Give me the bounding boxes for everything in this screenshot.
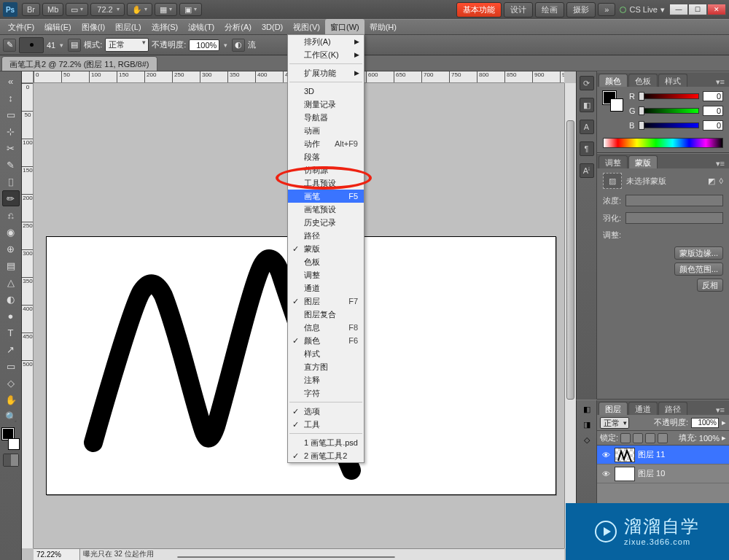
tool-19[interactable]: 🔍 bbox=[2, 408, 20, 424]
pressure-opacity-icon[interactable]: ◐ bbox=[232, 39, 245, 52]
blendmode-select[interactable]: 正常 bbox=[600, 417, 629, 429]
swatches-tab[interactable]: 色板 bbox=[628, 74, 658, 87]
tool-17[interactable]: ◇ bbox=[2, 375, 20, 391]
menu-6[interactable]: 分析(A) bbox=[219, 19, 257, 35]
tool-14[interactable]: T bbox=[2, 324, 20, 341]
arrange-button[interactable]: ▦▾ bbox=[155, 3, 177, 16]
menu-2[interactable]: 图像(I) bbox=[77, 19, 110, 35]
bridge-button[interactable]: Br bbox=[22, 3, 40, 16]
adjustments-tab[interactable]: 调整 bbox=[599, 155, 628, 168]
menu-7[interactable]: 3D(D) bbox=[257, 19, 288, 35]
tool-7[interactable]: ⎌ bbox=[2, 207, 20, 223]
tool-2[interactable]: ⊹ bbox=[2, 123, 20, 139]
layer-row[interactable]: 👁图层 11 bbox=[597, 446, 729, 464]
mask-edge-button[interactable]: 蒙版边缘... bbox=[674, 246, 723, 260]
tool-8[interactable]: ◉ bbox=[2, 224, 20, 240]
tool-18[interactable]: ✋ bbox=[2, 392, 20, 408]
fill-field[interactable]: 100% bbox=[699, 434, 720, 443]
opacity-field[interactable]: 100% bbox=[189, 39, 219, 51]
menuitem-蒙版[interactable]: 蒙版✓ bbox=[288, 242, 364, 255]
zoom-dropdown[interactable]: 72.2▾ bbox=[90, 3, 124, 16]
menuitem-颜色[interactable]: 颜色F6✓ bbox=[288, 334, 364, 347]
tool-10[interactable]: ▤ bbox=[2, 257, 20, 273]
color-spectrum[interactable] bbox=[603, 138, 723, 148]
panel-menu-icon[interactable]: ▾≡ bbox=[712, 77, 729, 87]
zoom-readout[interactable]: 72.22% bbox=[34, 549, 80, 560]
window-close[interactable]: ✕ bbox=[707, 4, 726, 15]
menuitem-色板[interactable]: 色板 bbox=[288, 255, 364, 268]
tool-3[interactable]: ✂ bbox=[2, 140, 20, 156]
layers-tab[interactable]: 图层 bbox=[599, 402, 628, 415]
dock-channels-icon[interactable]: ◨ bbox=[583, 420, 590, 429]
b-slider[interactable] bbox=[640, 122, 699, 128]
menuitem-调整[interactable]: 调整 bbox=[288, 268, 364, 281]
menuitem-通道[interactable]: 通道 bbox=[288, 281, 364, 295]
menu-8[interactable]: 视图(V) bbox=[288, 19, 325, 35]
menuitem-图层[interactable]: 图层F7✓ bbox=[288, 295, 364, 308]
dock-swatches-icon[interactable]: ◧ bbox=[580, 98, 594, 112]
menuitem-扩展功能[interactable]: 扩展功能▶ bbox=[288, 66, 364, 79]
toolbox-expand[interactable]: « bbox=[2, 73, 20, 89]
density-field[interactable] bbox=[625, 195, 723, 206]
tool-1[interactable]: ▭ bbox=[2, 106, 20, 122]
b-value[interactable]: 0 bbox=[703, 120, 723, 131]
workspace-essentials[interactable]: 基本功能 bbox=[456, 2, 502, 18]
tool-4[interactable]: ✎ bbox=[2, 157, 20, 173]
menuitem-段落[interactable]: 段落 bbox=[288, 150, 364, 163]
dock-char-icon[interactable]: A bbox=[580, 120, 594, 134]
menuitem-仿制源[interactable]: 仿制源 bbox=[288, 163, 364, 176]
window-minimize[interactable]: — bbox=[669, 4, 688, 15]
menu-4[interactable]: 选择(S) bbox=[147, 19, 184, 35]
hand-button[interactable]: ✋▾ bbox=[127, 3, 152, 16]
tool-11[interactable]: △ bbox=[2, 274, 20, 290]
scrollbar-vertical[interactable] bbox=[564, 83, 576, 548]
menuitem-工具[interactable]: 工具✓ bbox=[288, 418, 364, 431]
menuitem-动作[interactable]: 动作Alt+F9 bbox=[288, 137, 364, 150]
tool-6[interactable]: ✏ bbox=[2, 190, 20, 206]
tool-5[interactable]: ⌷ bbox=[2, 174, 20, 190]
tool-13[interactable]: ● bbox=[2, 308, 20, 324]
menu-0[interactable]: 文件(F) bbox=[3, 19, 39, 35]
panel-menu-icon[interactable]: ▾≡ bbox=[712, 159, 729, 168]
visibility-icon[interactable]: 👁 bbox=[600, 470, 612, 478]
layer-row[interactable]: 👁图层 10 bbox=[597, 464, 729, 483]
workspace-photo[interactable]: 摄影 bbox=[566, 2, 596, 18]
paths-tab[interactable]: 路径 bbox=[658, 402, 687, 415]
menu-3[interactable]: 图层(L) bbox=[110, 19, 146, 35]
tool-16[interactable]: ▭ bbox=[2, 358, 20, 374]
menuitem-导航器[interactable]: 导航器 bbox=[288, 111, 364, 124]
lock-pixels-icon[interactable] bbox=[633, 433, 643, 443]
channels-tab[interactable]: 通道 bbox=[628, 402, 658, 415]
menuitem-动画[interactable]: 动画 bbox=[288, 124, 364, 137]
color-picker[interactable] bbox=[2, 428, 20, 450]
menuitem-1 画笔工具.psd[interactable]: 1 画笔工具.psd bbox=[288, 436, 364, 449]
layer-opacity-field[interactable]: 100% bbox=[691, 418, 719, 428]
viewmode-button[interactable]: ▭▾ bbox=[66, 3, 88, 16]
add-pixel-mask-icon[interactable]: ◩ bbox=[708, 176, 715, 186]
menuitem-图层复合[interactable]: 图层复合 bbox=[288, 308, 364, 321]
dock-paths-icon[interactable]: ◇ bbox=[584, 435, 590, 445]
dock-styles-icon[interactable]: Aⁱ bbox=[580, 163, 594, 178]
menuitem-直方图[interactable]: 直方图 bbox=[288, 360, 364, 373]
brush-panel-toggle[interactable]: ▤ bbox=[68, 39, 81, 52]
quickmask-toggle[interactable] bbox=[3, 454, 19, 467]
panel-menu-icon[interactable]: ▾≡ bbox=[712, 405, 729, 415]
menuitem-选项[interactable]: 选项✓ bbox=[288, 405, 364, 418]
menuitem-字符[interactable]: 字符 bbox=[288, 386, 364, 400]
g-slider[interactable] bbox=[640, 108, 699, 114]
document-tab[interactable]: 画笔工具2 @ 72.2% (图层 11, RGB/8#) bbox=[1, 56, 157, 71]
add-vector-mask-icon[interactable]: ◊ bbox=[720, 176, 723, 185]
menuitem-2 画笔工具2[interactable]: 2 画笔工具2✓ bbox=[288, 449, 364, 462]
styles-tab[interactable]: 样式 bbox=[658, 74, 687, 87]
screenmode-button[interactable]: ▣▾ bbox=[179, 3, 202, 16]
menuitem-3D[interactable]: 3D bbox=[288, 85, 364, 98]
menu-9[interactable]: 窗口(W) bbox=[325, 19, 364, 35]
menu-1[interactable]: 编辑(E) bbox=[39, 19, 77, 35]
invert-button[interactable]: 反相 bbox=[697, 279, 723, 292]
menuitem-路径[interactable]: 路径 bbox=[288, 229, 364, 242]
feather-field[interactable] bbox=[625, 212, 723, 224]
menuitem-排列(A)[interactable]: 排列(A)▶ bbox=[288, 35, 364, 48]
menuitem-注释[interactable]: 注释 bbox=[288, 373, 364, 386]
menuitem-工作区(K)[interactable]: 工作区(K)▶ bbox=[288, 48, 364, 61]
menuitem-历史记录[interactable]: 历史记录 bbox=[288, 216, 364, 229]
